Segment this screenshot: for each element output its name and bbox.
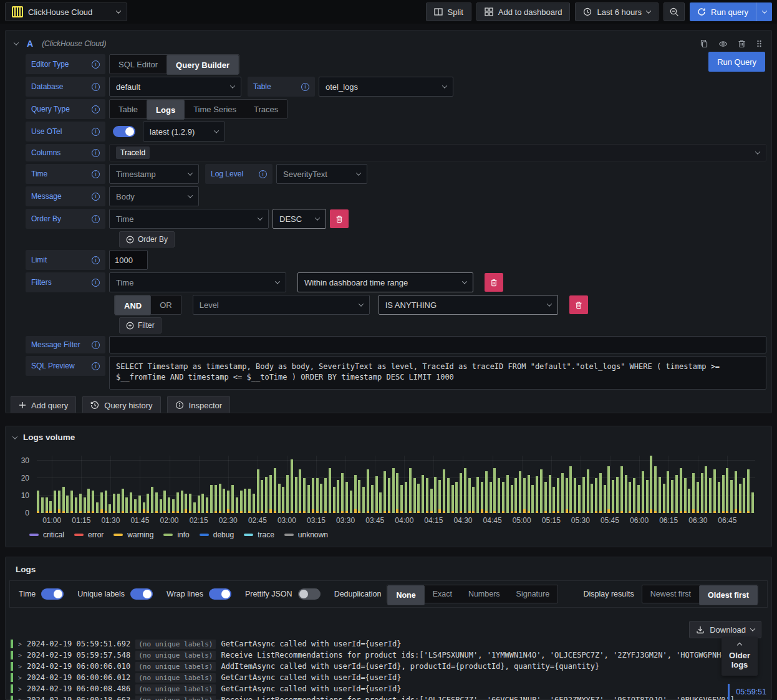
option-numbers[interactable]: Numbers [460, 585, 508, 603]
info-icon[interactable] [92, 60, 100, 69]
otel-version-select[interactable]: latest (1.2.9) [143, 122, 225, 141]
unique-labels-toggle[interactable] [130, 588, 153, 600]
volume-bar [654, 466, 657, 513]
run-query-button[interactable]: Run query [690, 2, 772, 21]
option-or[interactable]: OR [151, 295, 181, 314]
download-icon [696, 625, 705, 634]
remove-filter-button[interactable] [485, 273, 503, 292]
download-button[interactable]: Download [689, 621, 761, 638]
table-select[interactable]: otel_logs [319, 77, 453, 97]
inspector-button[interactable]: Inspector [167, 396, 230, 413]
option-and[interactable]: AND [115, 295, 151, 315]
info-icon[interactable] [92, 279, 100, 287]
query-history-button[interactable]: Query history [82, 396, 160, 413]
info-icon[interactable] [92, 193, 100, 201]
use-otel-toggle[interactable] [113, 126, 135, 137]
collapse-query-icon[interactable] [14, 40, 19, 45]
duplicate-query-icon[interactable] [700, 39, 708, 48]
volume-bar [244, 489, 246, 513]
legend-item-debug[interactable]: debug [200, 530, 234, 539]
volume-bar [282, 487, 284, 513]
option-newest-first[interactable]: Newest first [642, 585, 699, 603]
volume-bar [633, 478, 635, 513]
add-query-button[interactable]: Add query [11, 396, 76, 413]
option-traces[interactable]: Traces [245, 100, 287, 118]
legend-item-critical[interactable]: critical [29, 530, 64, 539]
remove-order-by-button[interactable] [330, 209, 349, 228]
volume-bar [430, 489, 433, 513]
info-icon[interactable] [92, 170, 100, 178]
volume-bar [688, 489, 690, 513]
option-time-series[interactable]: Time Series [185, 100, 245, 118]
option-exact[interactable]: Exact [425, 585, 460, 603]
collapse-panel-icon[interactable] [12, 434, 17, 439]
prettify-json-toggle[interactable] [298, 588, 321, 600]
add-filter-button[interactable]: Filter [119, 317, 162, 333]
run-query-panel-button[interactable]: Run Query [708, 52, 765, 72]
legend-item-error[interactable]: error [74, 530, 104, 539]
zoom-out-button[interactable] [664, 2, 685, 21]
hide-query-icon[interactable] [718, 39, 728, 49]
split-button[interactable]: Split [426, 2, 471, 21]
message-column-select[interactable]: Body [109, 186, 199, 206]
option-signature[interactable]: Signature [508, 585, 558, 603]
order-by-direction-select[interactable]: DESC [273, 209, 326, 229]
filter-operator-select[interactable]: Within dashboard time range [297, 272, 473, 292]
time-toggle[interactable] [41, 588, 64, 600]
volume-bar [320, 484, 322, 513]
option-logs[interactable]: Logs [147, 100, 185, 120]
info-icon[interactable] [301, 83, 309, 91]
filter-condition-operator-select[interactable]: IS ANYTHING [379, 295, 558, 315]
legend-item-unknown[interactable]: unknown [284, 530, 328, 539]
order-by-column-select[interactable]: Time [109, 209, 269, 229]
remove-condition-button[interactable] [569, 295, 588, 314]
legend-item-info[interactable]: info [163, 530, 189, 539]
info-icon[interactable] [92, 362, 100, 370]
log-row[interactable]: >2024-02-19 05:59:57.548(no unique label… [11, 650, 766, 661]
field-label-order-by: Order By [26, 209, 105, 229]
remove-query-icon[interactable] [738, 39, 746, 48]
display-results-segmented: Newest firstOldest first [642, 585, 758, 603]
option-oldest-first[interactable]: Oldest first [699, 585, 758, 605]
older-logs-button[interactable]: Older logs [722, 637, 758, 676]
database-select[interactable]: default [109, 77, 241, 97]
columns-multiselect[interactable]: TraceId [109, 144, 766, 161]
option-none[interactable]: None [387, 585, 424, 605]
datasource-picker[interactable]: ClickHouse Cloud [5, 2, 127, 21]
run-query-dropdown[interactable] [756, 2, 772, 21]
log-row[interactable]: >2024-02-19 06:00:06.010(no unique label… [11, 661, 766, 672]
info-icon[interactable] [92, 341, 100, 349]
info-icon[interactable] [92, 149, 100, 157]
add-to-dashboard-button[interactable]: Add to dashboard [476, 2, 571, 21]
info-icon[interactable] [92, 105, 100, 113]
legend-item-warning[interactable]: warning [113, 530, 153, 539]
option-sql-editor[interactable]: SQL Editor [110, 55, 166, 74]
volume-bar [333, 487, 335, 513]
volume-bar [49, 501, 52, 513]
filter-condition-field-select[interactable]: Level [193, 295, 370, 315]
log-row[interactable]: >2024-02-19 06:00:06.012(no unique label… [11, 672, 766, 683]
filter-field-select[interactable]: Time [109, 272, 286, 292]
log-level-select[interactable]: SeverityText [276, 164, 367, 184]
message-filter-input[interactable] [109, 336, 766, 353]
log-row[interactable]: >2024-02-19 06:00:18.663(no unique label… [11, 694, 766, 700]
info-icon[interactable] [92, 256, 100, 264]
info-icon[interactable] [92, 215, 100, 223]
info-icon[interactable] [92, 83, 100, 91]
limit-input[interactable] [109, 250, 148, 270]
option-table[interactable]: Table [110, 100, 147, 118]
log-row[interactable]: >2024-02-19 06:00:08.486(no unique label… [11, 683, 766, 694]
add-order-by-button[interactable]: Order By [119, 231, 175, 247]
legend-item-trace[interactable]: trace [244, 530, 274, 539]
time-range-picker[interactable]: Last 6 hours [575, 2, 659, 21]
scroll-position-indicator[interactable] [728, 684, 730, 700]
wrap-lines-toggle[interactable] [209, 588, 231, 600]
drag-handle-icon[interactable] [756, 39, 763, 48]
option-query-builder[interactable]: Query Builder [166, 55, 239, 75]
time-column-select[interactable]: Timestamp [109, 164, 199, 184]
info-icon[interactable] [92, 128, 100, 136]
log-row[interactable]: >2024-02-19 05:59:51.692(no unique label… [11, 638, 766, 650]
volume-bar [155, 492, 158, 513]
column-chip[interactable]: TraceId [116, 146, 150, 159]
info-icon[interactable] [259, 170, 267, 178]
